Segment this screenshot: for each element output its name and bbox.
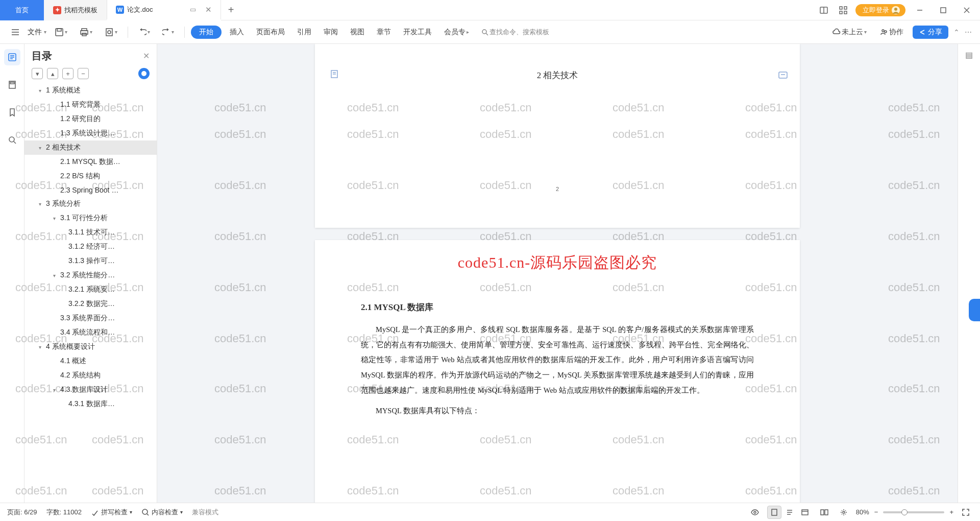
svg-point-34	[141, 71, 146, 76]
menu-reference[interactable]: 引用	[293, 26, 315, 39]
expand-all-icon[interactable]: ▴	[47, 68, 58, 79]
outline-item[interactable]: ▾4.3.数据库设计	[24, 383, 157, 397]
doc-paragraph: MYSQL 数据库具有以下特点：	[361, 404, 754, 419]
ribbon-search[interactable]: 查找命令、搜索模板	[477, 26, 553, 39]
page-heading: 2 相关技术	[361, 69, 754, 81]
menu-review[interactable]: 审阅	[320, 26, 342, 39]
ribbon-more-icon[interactable]: ⋯	[965, 28, 973, 36]
minimize-button[interactable]	[911, 0, 929, 20]
add-item-icon[interactable]: +	[62, 68, 74, 79]
share-icon	[919, 29, 926, 36]
menu-layout[interactable]: 页面布局	[252, 26, 289, 39]
undo-icon[interactable]: ▾	[134, 26, 154, 38]
outline-item[interactable]: 1.3 系统设计思…	[24, 126, 157, 140]
outline-item[interactable]: ▾3 系统分析	[24, 197, 157, 211]
outline-item[interactable]: 2.2 B/S 结构	[24, 169, 157, 183]
close-tab-icon[interactable]: ✕	[205, 5, 212, 14]
outline-item[interactable]: 3.4 系统流程和…	[24, 325, 157, 340]
outline-tool-icon[interactable]	[4, 49, 20, 65]
menu-view[interactable]: 视图	[346, 26, 369, 39]
outline-item[interactable]: 3.2.1 系统安…	[24, 282, 157, 297]
view-page-icon[interactable]	[767, 506, 781, 519]
outline-item[interactable]: 3.2.2 数据完…	[24, 297, 157, 311]
outline-list[interactable]: ▾1 系统概述1.1 研究背景1.2 研究目的1.3 系统设计思…▾2 相关技术…	[24, 83, 157, 503]
cloud-status[interactable]: 未上云▾	[828, 26, 871, 39]
svg-rect-3	[844, 7, 847, 9]
outline-item[interactable]: 3.1.2 经济可…	[24, 240, 157, 254]
redo-icon[interactable]: ▾	[158, 26, 178, 38]
outline-item[interactable]: 1.1 研究背景	[24, 98, 157, 112]
status-page[interactable]: 页面: 6/29	[7, 508, 37, 517]
outline-item[interactable]: ▾3.2 系统性能分…	[24, 268, 157, 282]
tab-document[interactable]: W 论文.doc ▭ ✕	[107, 0, 221, 20]
menu-devtool[interactable]: 开发工具	[399, 26, 436, 39]
outline-item[interactable]: 3.1.3 操作可…	[24, 254, 157, 268]
outline-item[interactable]: 4.1 概述	[24, 354, 157, 368]
view-read-icon[interactable]	[817, 506, 831, 519]
view-web-icon[interactable]	[798, 506, 812, 519]
thumbnail-tool-icon[interactable]	[4, 77, 20, 93]
outline-item[interactable]: 4.2 系统结构	[24, 368, 157, 383]
tab-home[interactable]: 首页	[0, 0, 44, 20]
doc-paragraph: MySQL 是一个真正的多用户、多线程 SQL 数据库服务器。是基于 SQL 的…	[361, 322, 754, 398]
page-tools-left-icon[interactable]	[330, 69, 339, 79]
save-icon[interactable]: ▾	[51, 26, 71, 39]
settings-icon[interactable]	[837, 506, 851, 519]
split-icon[interactable]: ▭	[190, 6, 196, 13]
tab-template[interactable]: ✦ 找稻壳模板	[44, 0, 107, 20]
side-handle[interactable]	[969, 299, 980, 321]
contentcheck-icon	[141, 508, 150, 516]
document-canvas[interactable]: 2 相关技术 2 code51.cn-源码乐园盗图必究 2.1 MYSQL 数据…	[157, 44, 958, 503]
outline-item[interactable]: 2.1 MYSQL 数据…	[24, 155, 157, 169]
status-contentcheck[interactable]: 内容检查 ▾	[141, 508, 183, 517]
preview-icon[interactable]: ▾	[101, 26, 121, 39]
search-tool-icon[interactable]	[4, 132, 20, 148]
outline-item[interactable]: ▾1 系统概述	[24, 83, 157, 98]
outline-item[interactable]: 2.3 Spring Boot …	[24, 183, 157, 197]
outline-sync-icon[interactable]	[138, 68, 150, 79]
file-menu[interactable]: 文件▾	[28, 28, 46, 37]
zoom-slider[interactable]	[883, 511, 944, 513]
share-button[interactable]: 分享	[913, 26, 948, 39]
ribbon-collapse-icon[interactable]: ⌃	[953, 28, 960, 36]
outline-item[interactable]: ▾4 系统概要设计	[24, 340, 157, 354]
collab-button[interactable]: 协作	[876, 26, 908, 39]
zoom-out-icon[interactable]: −	[874, 508, 878, 516]
outline-item[interactable]: 1.2 研究目的	[24, 112, 157, 126]
page-tools-right-icon[interactable]	[777, 69, 789, 81]
maximize-button[interactable]	[934, 0, 952, 20]
remove-item-icon[interactable]: −	[78, 68, 89, 79]
fullscreen-icon[interactable]	[959, 506, 973, 519]
outline-item[interactable]: 3.1.1 技术可…	[24, 225, 157, 240]
close-window-button[interactable]	[958, 0, 976, 20]
menu-start[interactable]: 开始	[191, 26, 222, 39]
print-icon[interactable]: ▾	[76, 26, 96, 39]
panel-toggle-icon[interactable]: ▤	[965, 50, 973, 60]
outline-item[interactable]: ▾2 相关技术	[24, 140, 157, 155]
outline-item[interactable]: 3.3 系统界面分…	[24, 311, 157, 325]
collapse-all-icon[interactable]: ▾	[32, 68, 43, 79]
eye-icon[interactable]	[748, 506, 762, 519]
svg-rect-18	[81, 31, 88, 34]
view-outline-icon[interactable]	[782, 506, 797, 519]
ribbon: 文件▾ ▾ ▾ ▾ ▾ ▾ 开始 插入 页面布局 引用 审阅 视图 章节 开发工…	[0, 20, 980, 44]
layout-icon[interactable]	[817, 3, 831, 17]
zoom-in-icon[interactable]: +	[949, 508, 953, 516]
user-icon	[891, 6, 900, 15]
login-button[interactable]: 立即登录	[855, 4, 905, 16]
status-words[interactable]: 字数: 11002	[46, 508, 82, 517]
add-tab-button[interactable]: +	[221, 4, 241, 16]
hamburger-icon[interactable]	[7, 27, 23, 38]
outline-item[interactable]: 4.3.1 数据库…	[24, 397, 157, 411]
menu-member[interactable]: 会员专▸	[440, 26, 473, 39]
outline-item[interactable]: ▾3.1 可行性分析	[24, 211, 157, 225]
menu-insert[interactable]: 插入	[226, 26, 248, 39]
svg-point-49	[843, 511, 845, 513]
menu-chapter[interactable]: 章节	[373, 26, 395, 39]
status-spellcheck[interactable]: 拼写检查 ▾	[91, 508, 132, 517]
bookmark-tool-icon[interactable]	[4, 104, 20, 121]
outline-close-icon[interactable]: ✕	[143, 51, 150, 61]
svg-rect-15	[56, 29, 63, 36]
zoom-label[interactable]: 80%	[856, 508, 869, 516]
apps-icon[interactable]	[836, 3, 850, 17]
